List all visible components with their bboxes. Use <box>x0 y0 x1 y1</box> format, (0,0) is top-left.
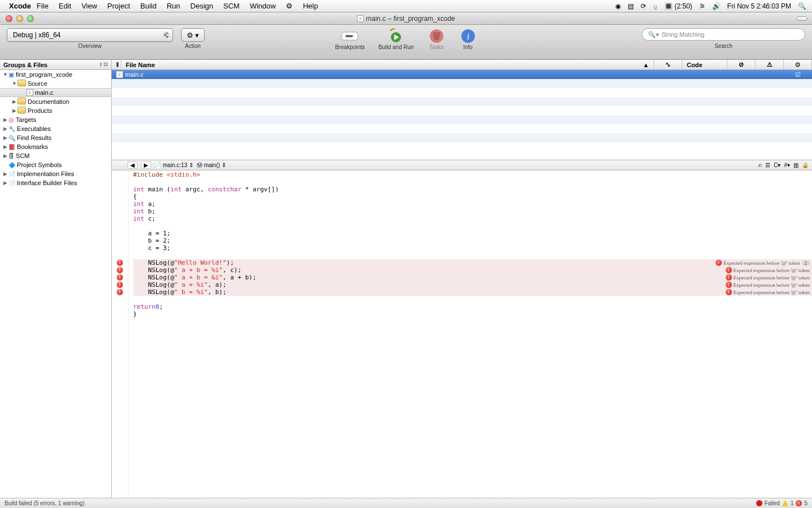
tree-item[interactable]: ▶ Implementation Files <box>0 169 111 178</box>
breakpoints-button[interactable] <box>341 28 359 44</box>
hash-button[interactable]: #▾ <box>784 162 790 168</box>
view-mode-button[interactable]: ☰ <box>765 162 770 168</box>
col-errors[interactable]: ⊘ <box>727 60 756 69</box>
app-menu[interactable]: Xcode <box>9 2 31 10</box>
spotlight-icon[interactable]: 🔍 <box>798 2 806 10</box>
code-line[interactable]: a = 1; <box>133 230 812 237</box>
minimize-button[interactable] <box>16 15 23 22</box>
code-line[interactable]: int b; <box>133 208 812 215</box>
tree-item[interactable]: c main.c <box>0 88 111 97</box>
search-icon: 🔍▾ <box>648 31 659 38</box>
menu-edit[interactable]: Edit <box>59 2 71 10</box>
info-button[interactable]: i <box>459 28 477 44</box>
tree-item[interactable]: Project Symbols <box>0 160 111 169</box>
code-line[interactable]: } <box>133 310 812 318</box>
error-badge[interactable]: !Expected expression before '@' token <box>726 289 810 295</box>
project-tree[interactable]: ▼▣ first_program_xcode▼Sourcec main.c▶Do… <box>0 70 111 498</box>
sidebar-header: Groups & Files⦀ ▤ <box>0 60 111 70</box>
toolbar-toggle-button[interactable] <box>796 16 807 21</box>
code-editor[interactable]: !!!!! #include <stdio.h>int main (int ar… <box>112 170 812 498</box>
split-button[interactable]: ▥ <box>793 162 798 168</box>
grip-icon: ⦀ <box>112 60 121 69</box>
tree-item[interactable]: ▼▣ first_program_xcode <box>0 70 111 79</box>
counterpart-button[interactable]: ⎌ <box>758 162 762 168</box>
menu-scm[interactable]: SCM <box>223 2 240 10</box>
menu-build[interactable]: Build <box>140 2 157 10</box>
file-row[interactable]: cmain.c☑ <box>112 70 812 79</box>
nav-forward-button[interactable]: ▶ <box>141 161 151 169</box>
col-pin[interactable]: ⤡ <box>654 60 682 69</box>
system-menubar: Xcode File Edit View Project Build Run D… <box>0 0 812 12</box>
build-run-button[interactable] <box>387 28 405 44</box>
tasks-button[interactable] <box>427 28 445 44</box>
code-line[interactable]: NSLog(@"Hello World!");!Expected express… <box>133 259 812 266</box>
volume-icon[interactable]: 🔊 <box>712 2 721 10</box>
code-line[interactable]: int main (int argc, const char * argv[]) <box>133 186 812 193</box>
code-line[interactable]: b = 2; <box>133 237 812 244</box>
code-line[interactable] <box>133 252 812 259</box>
scheme-selector[interactable]: Debug | x86_64 <box>7 28 173 42</box>
code-line[interactable]: NSLog(@" b = %i", b);!Expected expressio… <box>133 288 812 296</box>
error-badge[interactable]: !Expected expression before '@' token <box>726 282 810 288</box>
code-line[interactable]: int a; <box>133 200 812 208</box>
action-button[interactable]: ⚙︎ ▾ <box>181 28 205 42</box>
menu-window[interactable]: Window <box>250 2 276 10</box>
breadcrumb-file[interactable]: 📄 main.c:13 ⇕ <box>155 162 193 168</box>
breadcrumb-symbol[interactable]: Ⓜ main() ⇕ <box>197 161 226 169</box>
error-badge[interactable]: !Expected expression before '@' token <box>726 267 810 273</box>
col-warnings[interactable]: ⚠ <box>756 60 784 69</box>
lock-icon[interactable]: 🔒 <box>802 162 809 168</box>
search-field[interactable]: 🔍▾ String Matching <box>642 28 805 41</box>
nav-back-button[interactable]: ◀ <box>127 161 138 169</box>
sync-icon[interactable]: ⟳ <box>641 2 646 10</box>
code-line[interactable]: NSLog(@" a = %i", a);!Expected expressio… <box>133 281 812 288</box>
menu-file[interactable]: File <box>37 2 48 10</box>
tree-item[interactable]: ▶ SCM <box>0 151 111 160</box>
class-button[interactable]: C▾ <box>774 162 780 168</box>
error-badge[interactable]: !Expected expression before '@' token <box>726 274 810 281</box>
tree-item[interactable]: ▶ Find Results <box>0 133 111 142</box>
wifi-icon[interactable]: ⚞ <box>699 2 705 10</box>
status-bar: Build failed (5 errors, 1 warning) Faile… <box>0 498 812 508</box>
display-icon[interactable]: ▤ <box>628 2 634 10</box>
code-line[interactable] <box>133 296 812 303</box>
search-placeholder: String Matching <box>661 31 704 38</box>
tree-item[interactable]: ▶Documentation <box>0 97 111 106</box>
code-line[interactable]: NSLog(@" a + b = %i", c);!Expected expre… <box>133 266 812 274</box>
code-line[interactable] <box>133 222 812 230</box>
action-label: Action <box>185 43 201 49</box>
tasks-label: Tasks <box>429 44 444 50</box>
zoom-button[interactable] <box>27 15 34 22</box>
file-list[interactable]: cmain.c☑ <box>112 70 812 160</box>
tree-item[interactable]: ▶◎ Targets <box>0 115 111 124</box>
menu-run[interactable]: Run <box>167 2 180 10</box>
col-code[interactable]: Code <box>682 60 727 69</box>
script-menu-icon[interactable]: ⚙︎ <box>286 2 293 10</box>
failed-icon <box>756 500 762 506</box>
error-badge[interactable]: !Expected expression before '@' token2 <box>716 260 810 266</box>
close-button[interactable] <box>6 15 12 22</box>
code-line[interactable]: return 0; <box>133 303 812 310</box>
menu-project[interactable]: Project <box>107 2 130 10</box>
clock[interactable]: Fri Nov 5 2:46:03 PM <box>727 2 791 10</box>
code-line[interactable]: NSLog(@" a + b = &i", a + b);!Expected e… <box>133 274 812 281</box>
col-filename[interactable]: File Name▲ <box>121 60 654 69</box>
menu-help[interactable]: Help <box>303 2 318 10</box>
tree-item[interactable]: ▶Products <box>0 106 111 115</box>
menu-view[interactable]: View <box>81 2 97 10</box>
code-line[interactable]: int c; <box>133 215 812 222</box>
code-line[interactable]: { <box>133 193 812 200</box>
tree-item[interactable]: ▼Source <box>0 79 111 88</box>
menu-design[interactable]: Design <box>191 2 213 10</box>
code-line[interactable] <box>133 178 812 186</box>
tree-item[interactable]: ▶ Bookmarks <box>0 142 111 151</box>
battery-status[interactable]: 🔳 (2:50) <box>664 2 692 10</box>
tree-item[interactable]: ▶ Interface Builder Files <box>0 178 111 187</box>
code-line[interactable]: c = 3; <box>133 244 812 252</box>
col-target[interactable]: ⊙ <box>784 60 812 69</box>
tree-item[interactable]: ▶ Executables <box>0 124 111 133</box>
code-line[interactable]: #include <stdio.h> <box>133 171 812 178</box>
window-title: main.c – first_program_xcode <box>366 15 455 23</box>
eject-icon[interactable]: ◉ <box>615 2 621 10</box>
bluetooth-icon[interactable]: ⚼ <box>653 2 657 10</box>
